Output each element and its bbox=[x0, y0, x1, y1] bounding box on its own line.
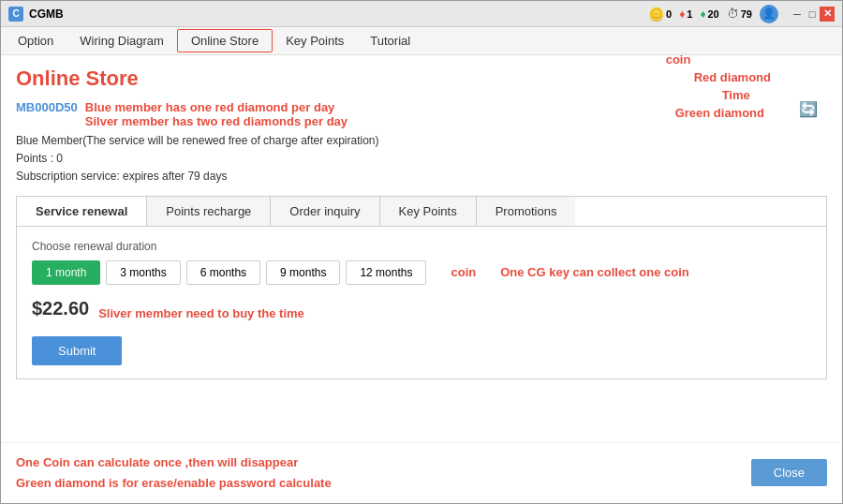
sliver-buy-annotation: Sliver member need to buy the time bbox=[98, 306, 304, 320]
coin-badge: 🪙 0 bbox=[648, 7, 672, 22]
green-diamond-badge: ♦ 20 bbox=[700, 7, 718, 21]
annotation-silver-member: Silver member has two red diamonds per d… bbox=[85, 114, 348, 128]
main-content: Online Store coin Red diamond Time Green… bbox=[1, 55, 842, 442]
menu-online-store[interactable]: Online Store bbox=[177, 29, 273, 52]
tab-order-inquiry[interactable]: Order inquiry bbox=[271, 197, 379, 226]
red-diamond-badge: ♦ 1 bbox=[679, 7, 692, 21]
status-icons: 🪙 0 ♦ 1 ♦ 20 ⏱ 79 👤 bbox=[648, 5, 778, 23]
member-id: MB000D50 bbox=[16, 100, 78, 114]
menu-option[interactable]: Option bbox=[5, 30, 67, 52]
tab-points-recharge[interactable]: Points recharge bbox=[147, 197, 271, 226]
bottom-area: One Coin can calculate once ,then will d… bbox=[1, 442, 842, 503]
red-diamond-value: 1 bbox=[687, 8, 692, 20]
coin-value: 0 bbox=[666, 8, 672, 20]
red-diamond-icon: ♦ bbox=[679, 7, 685, 21]
tabs-container: Service renewal Points recharge Order in… bbox=[16, 196, 827, 226]
coin-icon: 🪙 bbox=[648, 7, 664, 22]
bottom-line2: Green diamond is for erase/enable passwo… bbox=[16, 473, 332, 494]
page-title: Online Store bbox=[16, 67, 139, 91]
tab-promotions[interactable]: Promotions bbox=[477, 197, 576, 226]
member-info: Blue Member(The service will be renewed … bbox=[16, 132, 827, 186]
menu-key-points[interactable]: Key Points bbox=[273, 30, 357, 52]
tab-content-service-renewal: Choose renewal duration 1 month 3 months… bbox=[16, 226, 827, 379]
cg-key-annotation: One CG key can collect one coin bbox=[500, 265, 689, 279]
dur-btn-12months[interactable]: 12 months bbox=[346, 260, 426, 285]
bottom-line1: One Coin can calculate once ,then will d… bbox=[16, 452, 332, 473]
tab-key-points[interactable]: Key Points bbox=[380, 197, 477, 226]
close-bottom-button[interactable]: Close bbox=[751, 459, 827, 486]
coin-annotation: coin bbox=[451, 265, 476, 279]
bottom-text: One Coin can calculate once ,then will d… bbox=[16, 452, 332, 494]
dur-btn-1month[interactable]: 1 month bbox=[32, 260, 100, 285]
ann-red-diamond-label: Red diamond bbox=[694, 70, 771, 84]
menu-tutorial[interactable]: Tutorial bbox=[357, 30, 423, 52]
ann-coin-label: coin bbox=[666, 55, 691, 67]
app-icon: C bbox=[8, 7, 23, 22]
green-diamond-value: 20 bbox=[708, 8, 719, 20]
user-icon[interactable]: 👤 bbox=[760, 5, 778, 23]
annotation-blue-member: Blue member has one red diamond per day bbox=[85, 100, 348, 114]
dur-btn-6months[interactable]: 6 months bbox=[186, 260, 260, 285]
title-bar: C CGMB 🪙 0 ♦ 1 ♦ 20 ⏱ 79 bbox=[1, 1, 842, 27]
submit-button[interactable]: Submit bbox=[32, 336, 122, 365]
price-display: $22.60 bbox=[32, 298, 89, 319]
close-window-button[interactable]: ✕ bbox=[820, 7, 835, 22]
duration-buttons: 1 month 3 months 6 months 9 months 12 mo… bbox=[32, 260, 811, 285]
time-value: 79 bbox=[741, 8, 752, 20]
menu-bar: Option Wiring Diagram Online Store Key P… bbox=[1, 27, 842, 55]
dur-btn-3months[interactable]: 3 months bbox=[106, 260, 180, 285]
time-icon: ⏱ bbox=[727, 7, 739, 21]
time-badge: ⏱ 79 bbox=[727, 7, 752, 21]
minimize-button[interactable]: ─ bbox=[790, 7, 805, 22]
member-subscription: Subscription service: expires after 79 d… bbox=[16, 168, 827, 185]
member-points: Points : 0 bbox=[16, 150, 827, 168]
maximize-button[interactable]: □ bbox=[805, 7, 820, 22]
main-window: C CGMB 🪙 0 ♦ 1 ♦ 20 ⏱ 79 bbox=[0, 0, 843, 504]
refresh-button[interactable]: 🔄 bbox=[799, 100, 818, 118]
member-type: Blue Member(The service will be renewed … bbox=[16, 132, 827, 150]
choose-renewal-label: Choose renewal duration bbox=[32, 240, 811, 253]
dur-btn-9months[interactable]: 9 months bbox=[266, 260, 340, 285]
menu-wiring-diagram[interactable]: Wiring Diagram bbox=[67, 30, 177, 52]
app-title: CGMB bbox=[29, 7, 648, 21]
green-diamond-icon: ♦ bbox=[700, 7, 705, 21]
tab-service-renewal[interactable]: Service renewal bbox=[17, 197, 147, 226]
